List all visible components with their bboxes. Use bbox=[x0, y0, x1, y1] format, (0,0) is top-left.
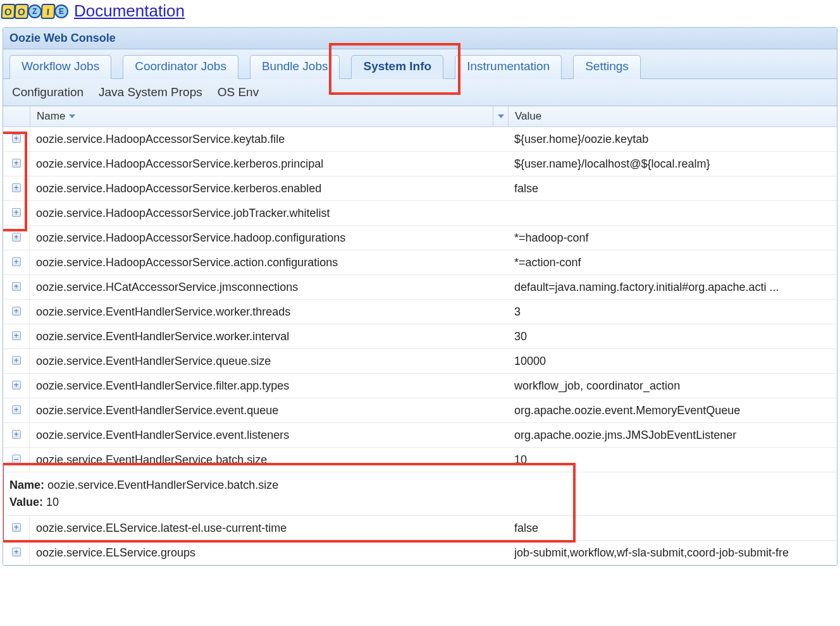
cell-spacer bbox=[493, 258, 508, 267]
grid-body: oozie.service.HadoopAccessorService.keyt… bbox=[3, 127, 837, 565]
table-row[interactable]: oozie.service.HadoopAccessorService.acti… bbox=[3, 250, 837, 275]
row-expander-cell bbox=[3, 201, 30, 225]
expand-icon[interactable] bbox=[12, 356, 21, 365]
row-expander-cell bbox=[3, 398, 30, 422]
documentation-link[interactable]: Documentation bbox=[74, 1, 185, 21]
cell-name: oozie.service.HadoopAccessorService.jobT… bbox=[30, 202, 493, 224]
column-header-name[interactable]: Name bbox=[30, 106, 493, 126]
detail-value-label: Value: bbox=[9, 496, 43, 508]
cell-value: default=java.naming.factory.initial#org.… bbox=[508, 276, 837, 298]
expand-icon[interactable] bbox=[12, 159, 21, 168]
expand-icon[interactable] bbox=[12, 307, 21, 316]
expand-icon[interactable] bbox=[12, 233, 21, 242]
cell-spacer bbox=[493, 209, 508, 218]
table-row[interactable]: oozie.service.EventHandlerService.queue.… bbox=[3, 349, 837, 374]
expand-icon[interactable] bbox=[12, 381, 21, 390]
cell-value: workflow_job, coordinator_action bbox=[508, 375, 837, 397]
expand-icon[interactable] bbox=[12, 183, 21, 192]
table-row[interactable]: oozie.service.HadoopAccessorService.kerb… bbox=[3, 176, 837, 201]
cell-name: oozie.service.EventHandlerService.batch.… bbox=[30, 449, 493, 471]
cell-value: false bbox=[508, 517, 837, 539]
table-row[interactable]: oozie.service.EventHandlerService.batch.… bbox=[3, 448, 837, 472]
row-expander-cell bbox=[3, 516, 30, 540]
tab-instrumentation[interactable]: Instrumentation bbox=[455, 55, 562, 79]
tab-settings[interactable]: Settings bbox=[573, 55, 641, 79]
row-expander-cell bbox=[3, 275, 30, 299]
logo-letter: I bbox=[40, 4, 55, 19]
chevron-down-icon bbox=[498, 114, 504, 118]
cell-spacer bbox=[493, 159, 508, 168]
table-row[interactable]: oozie.service.HadoopAccessorService.hado… bbox=[3, 226, 837, 250]
cell-name: oozie.service.EventHandlerService.event.… bbox=[30, 400, 493, 422]
expand-icon[interactable] bbox=[12, 405, 21, 414]
row-expander-cell bbox=[3, 448, 30, 472]
tab-coordinator-jobs[interactable]: Coordinator Jobs bbox=[123, 55, 238, 79]
table-row[interactable]: oozie.service.EventHandlerService.worker… bbox=[3, 300, 837, 324]
row-expander-cell bbox=[3, 374, 30, 398]
row-expander-cell bbox=[3, 152, 30, 176]
cell-spacer bbox=[493, 332, 508, 341]
cell-name: oozie.service.HadoopAccessorService.keyt… bbox=[30, 128, 493, 150]
cell-name: oozie.service.HadoopAccessorService.acti… bbox=[30, 252, 493, 274]
table-row[interactable]: oozie.service.HadoopAccessorService.keyt… bbox=[3, 127, 837, 152]
expand-icon[interactable] bbox=[12, 548, 21, 556]
cell-name: oozie.service.EventHandlerService.queue.… bbox=[30, 350, 493, 372]
table-row[interactable]: oozie.service.ELService.latest-el.use-cu… bbox=[3, 516, 837, 541]
row-expander-cell bbox=[3, 300, 30, 324]
cell-spacer bbox=[493, 307, 508, 316]
row-expander-cell bbox=[3, 349, 30, 373]
sort-descending-icon bbox=[69, 114, 75, 118]
cell-spacer bbox=[493, 233, 508, 242]
cell-name: oozie.service.EventHandlerService.worker… bbox=[30, 326, 493, 348]
row-expander-cell bbox=[3, 541, 30, 565]
cell-name: oozie.service.HadoopAccessorService.kerb… bbox=[30, 178, 493, 200]
console-panel: Oozie Web Console Workflow Jobs Coordina… bbox=[3, 27, 837, 566]
cell-value: *=hadoop-conf bbox=[508, 227, 837, 249]
cell-spacer bbox=[493, 548, 508, 557]
cell-name: oozie.service.ELService.latest-el.use-cu… bbox=[30, 517, 493, 539]
subtab-configuration[interactable]: Configuration bbox=[12, 85, 83, 99]
expand-icon[interactable] bbox=[12, 257, 21, 266]
expand-icon[interactable] bbox=[12, 134, 21, 143]
cell-value: 10000 bbox=[508, 350, 837, 372]
table-row[interactable]: oozie.service.EventHandlerService.event.… bbox=[3, 398, 837, 423]
cell-value: 10 bbox=[508, 449, 837, 471]
table-row[interactable]: oozie.service.HCatAccessorService.jmscon… bbox=[3, 275, 837, 300]
oozie-logo: O O Z I E bbox=[1, 4, 68, 19]
subtab-toolbar: Configuration Java System Props OS Env bbox=[3, 79, 837, 106]
subtab-java-system-props[interactable]: Java System Props bbox=[99, 85, 202, 99]
row-expander-cell bbox=[3, 324, 30, 348]
expand-icon[interactable] bbox=[12, 523, 21, 532]
table-row[interactable]: oozie.service.HadoopAccessorService.kerb… bbox=[3, 152, 837, 176]
row-expander-cell bbox=[3, 423, 30, 447]
tab-system-info[interactable]: System Info bbox=[351, 55, 443, 79]
cell-name: oozie.service.HadoopAccessorService.hado… bbox=[30, 227, 493, 249]
table-row[interactable]: oozie.service.EventHandlerService.worker… bbox=[3, 324, 837, 349]
cell-value bbox=[508, 209, 837, 218]
page-header: O O Z I E Documentation bbox=[0, 0, 840, 25]
tab-workflow-jobs[interactable]: Workflow Jobs bbox=[9, 55, 111, 79]
cell-value: ${user.home}/oozie.keytab bbox=[508, 128, 837, 150]
cell-spacer bbox=[493, 357, 508, 365]
expand-icon[interactable] bbox=[12, 208, 21, 217]
expand-icon[interactable] bbox=[12, 331, 21, 340]
cell-value: job-submit,workflow,wf-sla-submit,coord-… bbox=[508, 542, 837, 564]
cell-name: oozie.service.EventHandlerService.filter… bbox=[30, 375, 493, 397]
collapse-icon[interactable] bbox=[12, 455, 21, 463]
column-header-value[interactable]: Value bbox=[508, 106, 837, 126]
table-row[interactable]: oozie.service.HadoopAccessorService.jobT… bbox=[3, 201, 837, 226]
subtab-os-env[interactable]: OS Env bbox=[218, 85, 259, 99]
table-row[interactable]: oozie.service.ELService.groupsjob-submit… bbox=[3, 541, 837, 565]
row-detail-panel: Name: oozie.service.EventHandlerService.… bbox=[3, 472, 837, 515]
expand-icon[interactable] bbox=[12, 430, 21, 439]
cell-name: oozie.service.HadoopAccessorService.kerb… bbox=[30, 153, 493, 175]
column-header-name-menu[interactable] bbox=[493, 106, 508, 126]
tab-bundle-jobs[interactable]: Bundle Jobs bbox=[250, 55, 340, 79]
table-row[interactable]: oozie.service.EventHandlerService.event.… bbox=[3, 423, 837, 448]
cell-value: org.apache.oozie.jms.JMSJobEventListener bbox=[508, 424, 837, 446]
detail-name-value: oozie.service.EventHandlerService.batch.… bbox=[47, 479, 278, 491]
cell-spacer bbox=[493, 381, 508, 390]
expand-icon[interactable] bbox=[12, 282, 21, 291]
cell-value: 30 bbox=[508, 326, 837, 348]
table-row[interactable]: oozie.service.EventHandlerService.filter… bbox=[3, 374, 837, 398]
